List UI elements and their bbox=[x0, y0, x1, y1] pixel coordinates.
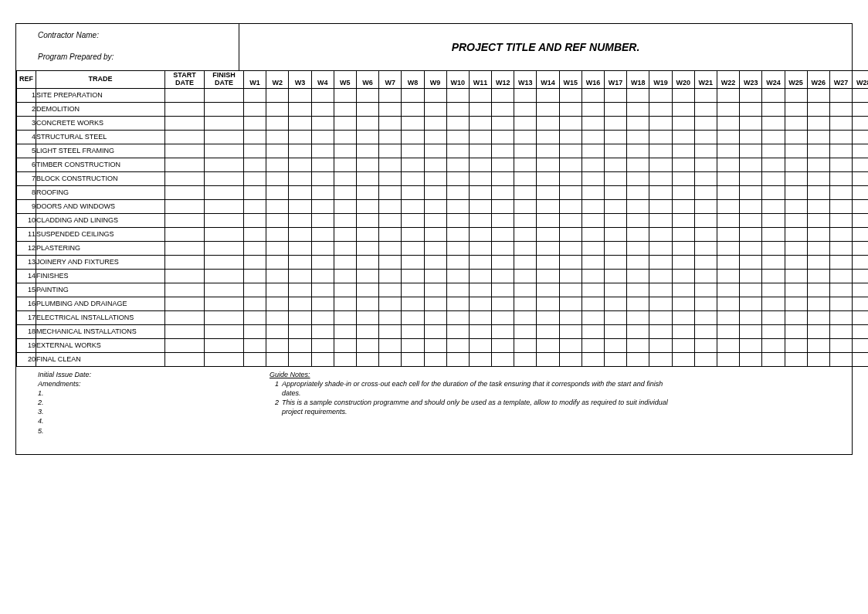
cell-week bbox=[537, 310, 559, 324]
cell-week bbox=[379, 241, 402, 255]
cell-week bbox=[649, 213, 672, 227]
cell-ref: 16 bbox=[17, 297, 36, 310]
table-row: 9DOORS AND WINDOWS bbox=[17, 199, 869, 213]
cell-week bbox=[266, 352, 289, 366]
cell-week bbox=[717, 171, 739, 185]
cell-week bbox=[334, 213, 356, 227]
cell-week bbox=[492, 338, 514, 352]
cell-week bbox=[605, 171, 627, 185]
cell-week bbox=[807, 297, 829, 310]
cell-week bbox=[581, 269, 604, 283]
cell-week bbox=[829, 338, 852, 352]
cell-week bbox=[853, 185, 868, 199]
table-row: 1SITE PREPARATION bbox=[17, 88, 869, 102]
cell-week bbox=[266, 144, 289, 158]
cell-week bbox=[559, 255, 581, 269]
cell-week bbox=[334, 241, 356, 255]
cell-trade: BLOCK CONSTRUCTION bbox=[36, 171, 165, 185]
cell-week bbox=[762, 227, 785, 241]
cell-week bbox=[740, 102, 762, 116]
cell-week bbox=[853, 241, 868, 255]
cell-week bbox=[334, 171, 356, 185]
cell-week bbox=[402, 352, 424, 366]
cell-week bbox=[694, 227, 717, 241]
cell-week bbox=[402, 185, 424, 199]
cell-week bbox=[244, 338, 266, 352]
cell-week bbox=[807, 241, 829, 255]
cell-week bbox=[244, 116, 266, 130]
cell-week bbox=[356, 116, 378, 130]
cell-week bbox=[424, 130, 446, 144]
cell-week bbox=[853, 227, 868, 241]
cell-week bbox=[694, 185, 717, 199]
cell-week bbox=[581, 171, 604, 185]
cell-week bbox=[807, 88, 829, 102]
cell-week bbox=[627, 269, 649, 283]
cell-week bbox=[672, 102, 694, 116]
table-row: 4STRUCTURAL STEEL bbox=[17, 130, 869, 144]
cell-week bbox=[605, 297, 627, 310]
cell-week bbox=[311, 171, 334, 185]
table-row: 16PLUMBING AND DRAINAGE bbox=[17, 297, 869, 310]
cell-week bbox=[356, 158, 378, 171]
cell-start-date bbox=[165, 269, 205, 283]
table-row: 12PLASTERING bbox=[17, 241, 869, 255]
col-week: W7 bbox=[379, 71, 402, 89]
cell-week bbox=[289, 241, 311, 255]
cell-week bbox=[785, 116, 807, 130]
cell-week bbox=[627, 255, 649, 269]
cell-week bbox=[379, 199, 402, 213]
cell-week bbox=[537, 338, 559, 352]
cell-week bbox=[717, 158, 739, 171]
cell-week bbox=[694, 213, 717, 227]
cell-week bbox=[514, 199, 537, 213]
cell-week bbox=[559, 352, 581, 366]
cell-week bbox=[514, 171, 537, 185]
cell-week bbox=[829, 255, 852, 269]
cell-week bbox=[762, 255, 785, 269]
cell-week bbox=[853, 324, 868, 338]
cell-trade: LIGHT STEEL FRAMING bbox=[36, 144, 165, 158]
cell-week bbox=[559, 185, 581, 199]
cell-week bbox=[672, 269, 694, 283]
cell-week bbox=[289, 213, 311, 227]
cell-week bbox=[581, 297, 604, 310]
cell-week bbox=[785, 102, 807, 116]
cell-week bbox=[694, 171, 717, 185]
cell-week bbox=[469, 227, 491, 241]
cell-start-date bbox=[165, 158, 205, 171]
cell-week bbox=[266, 255, 289, 269]
cell-week bbox=[402, 241, 424, 255]
cell-week bbox=[469, 158, 491, 171]
cell-week bbox=[559, 144, 581, 158]
cell-week bbox=[740, 88, 762, 102]
cell-week bbox=[740, 144, 762, 158]
cell-week bbox=[424, 88, 446, 102]
cell-week bbox=[807, 199, 829, 213]
cell-week bbox=[334, 283, 356, 297]
cell-week bbox=[605, 158, 627, 171]
cell-week bbox=[785, 130, 807, 144]
cell-week bbox=[379, 130, 402, 144]
cell-week bbox=[446, 227, 469, 241]
cell-finish-date bbox=[205, 352, 244, 366]
amend-5: 5. bbox=[38, 426, 231, 436]
col-week: W12 bbox=[492, 71, 514, 89]
cell-ref: 9 bbox=[17, 199, 36, 213]
cell-week bbox=[581, 199, 604, 213]
table-row: 14FINISHES bbox=[17, 269, 869, 283]
col-week: W15 bbox=[559, 71, 581, 89]
cell-week bbox=[672, 310, 694, 324]
guide-note-2: 2 This is a sample construction programm… bbox=[270, 398, 844, 416]
cell-week bbox=[424, 324, 446, 338]
cell-week bbox=[244, 324, 266, 338]
cell-week bbox=[402, 227, 424, 241]
cell-week bbox=[469, 241, 491, 255]
cell-week bbox=[244, 185, 266, 199]
cell-week bbox=[311, 158, 334, 171]
cell-week bbox=[740, 116, 762, 130]
cell-week bbox=[266, 338, 289, 352]
amend-2: 2. bbox=[38, 398, 231, 407]
cell-week bbox=[559, 241, 581, 255]
cell-week bbox=[785, 338, 807, 352]
